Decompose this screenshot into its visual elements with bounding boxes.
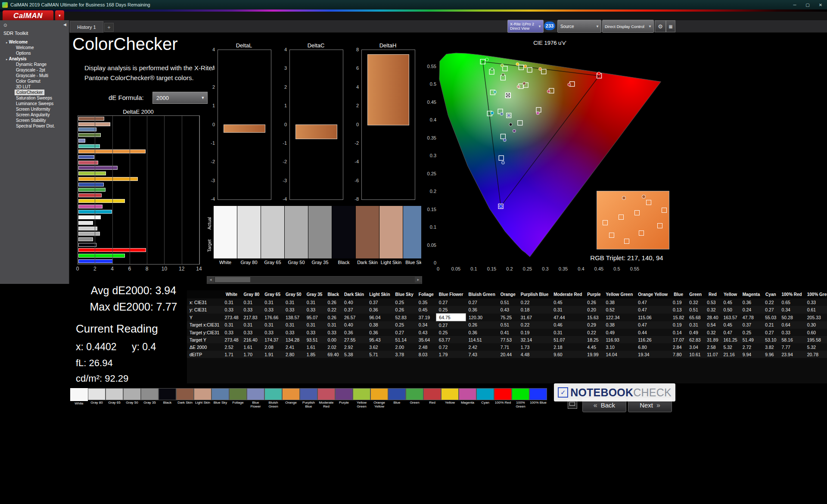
cell: 2.42 — [466, 343, 498, 351]
patch-button-blue-sky[interactable]: Blue Sky — [211, 388, 229, 409]
strip-patch-white[interactable]: White — [214, 206, 237, 265]
layout-panel-icon[interactable]: ▦ — [666, 20, 675, 32]
tab-bar — [0, 20, 827, 33]
sidebar-item-colorchecker[interactable]: ColorChecker — [0, 90, 69, 95]
sidebar-section[interactable]: ▸Analysis — [0, 56, 69, 62]
patch-button-magenta[interactable]: Magenta — [459, 388, 476, 409]
axis-tick-label: 0.4 — [430, 117, 436, 122]
cell: 174.37 — [262, 336, 283, 343]
sidebar-section[interactable]: ▸Welcome — [0, 39, 69, 45]
gear-icon[interactable]: ⚙ — [655, 20, 666, 32]
sidebar-item-screen-uniformity[interactable]: Screen Uniformity — [0, 106, 69, 112]
measured-marker-orange-yellow — [524, 65, 527, 68]
patch-button-blue[interactable]: Blue — [388, 388, 406, 409]
strip-patch-black[interactable]: Black — [332, 206, 355, 265]
cell: 0.47 — [635, 321, 670, 329]
minimize-icon[interactable]: ─ — [788, 0, 801, 9]
patch-button-orange[interactable]: Orange — [282, 388, 300, 409]
y-tick-label: 3 — [202, 65, 215, 71]
avg-de2000: Avg dE2000: 3.94 — [82, 284, 185, 297]
patch-button-gray-65[interactable]: Gray 65 — [106, 388, 123, 409]
cell: 0.31 — [241, 299, 262, 306]
y-tick-label: -1 — [274, 140, 287, 146]
patch-button-foliage[interactable]: Foliage — [229, 388, 247, 409]
cell: 0.33 — [304, 329, 325, 336]
sidebar-item-options[interactable]: Options — [0, 50, 69, 56]
patch-button-blue-flower[interactable]: Blue Flower — [247, 388, 264, 409]
patch-button-gray-80[interactable]: Gray 80 — [88, 388, 106, 409]
sidebar-item-3d-lut[interactable]: 3D LUT — [0, 84, 69, 90]
sidebar-item-grayscale-2pt[interactable]: Grayscale - 2pt — [0, 67, 69, 73]
sidebar-item-saturation-sweeps[interactable]: Saturation Sweeps — [0, 95, 69, 101]
meter-dropdown[interactable]: X-Rite i1Pro 2 Direct View ▼ — [507, 20, 544, 33]
calman-menu-arrow-icon[interactable]: ▼ — [55, 10, 64, 21]
cell: 0.25 — [436, 306, 466, 314]
cell: 0.20 — [584, 306, 603, 314]
strip-patch-gray-50[interactable]: Gray 50 — [285, 206, 308, 265]
measured-marker-light-skin — [517, 85, 520, 88]
cell: 0.27 — [466, 299, 498, 306]
display-control-dropdown[interactable]: Direct Display Control ▼ — [602, 20, 654, 33]
patch-label: Light Skin — [194, 400, 211, 405]
cell: 51.07 — [551, 336, 584, 343]
sidebar-item-luminance-sweeps[interactable]: Luminance Sweeps — [0, 101, 69, 106]
collapse-sidebar-icon[interactable]: ◀ — [63, 22, 66, 27]
strip-patch-dark-skin[interactable]: Dark Skin — [356, 206, 379, 265]
cell: 0.72 — [436, 343, 466, 351]
de-formula-dropdown[interactable]: 2000 ▼ — [152, 92, 208, 104]
patch-button-yellow-green[interactable]: Yellow Green — [353, 388, 370, 409]
source-dropdown[interactable]: Source ▼ — [557, 20, 601, 33]
cell[interactable]: 64.75 — [436, 314, 466, 321]
patch-button-yellow[interactable]: Yellow — [441, 388, 459, 409]
cell: 114.51 — [466, 336, 498, 343]
patch-button-light-skin[interactable]: Light Skin — [194, 388, 211, 409]
patch-label: Purplish Blue — [300, 400, 317, 409]
strip-patch-gray-65[interactable]: Gray 65 — [261, 206, 284, 265]
patch-button-red[interactable]: Red — [423, 388, 441, 409]
patch-button-dark-skin[interactable]: Dark Skin — [176, 388, 194, 409]
sidebar-item-screen-stability[interactable]: Screen Stability — [0, 118, 69, 123]
calman-logo[interactable]: CalMAN — [3, 10, 53, 21]
scrollbar-thumb[interactable] — [215, 277, 250, 282]
patch-button-100-red[interactable]: 100% Red — [494, 388, 512, 409]
corner-cell — [187, 290, 222, 299]
sidebar-item-dynamic-range[interactable]: Dynamic Range — [0, 62, 69, 67]
sidebar-item-grayscale-multi[interactable]: Grayscale - Multi — [0, 73, 69, 78]
page-description: Display analysis is performed with the X… — [84, 63, 214, 83]
strip-patch-gray-80[interactable]: Gray 80 — [237, 206, 261, 265]
patch-button-orange-yellow[interactable]: Orange Yellow — [370, 388, 388, 409]
patch-button-green[interactable]: Green — [406, 388, 423, 409]
strip-patch-light-skin[interactable]: Light Skin — [379, 206, 403, 265]
patch-color — [106, 388, 123, 400]
pin-icon[interactable]: ⊙ — [3, 23, 7, 28]
deltae-bar-100-blue — [78, 259, 113, 263]
cell: 0.33 — [304, 306, 325, 314]
sidebar-item-spectral-power-dist-[interactable]: Spectral Power Dist. — [0, 123, 69, 129]
maximize-icon[interactable]: ▢ — [801, 0, 814, 9]
patch-button-bluish-green[interactable]: Bluish Green — [264, 388, 282, 409]
patch-button-gray-35[interactable]: Gray 35 — [141, 388, 159, 409]
patch-button-moderate-red[interactable]: Moderate Red — [317, 388, 335, 409]
patch-button-purplish-blue[interactable]: Purplish Blue — [300, 388, 317, 409]
patch-button-100-green[interactable]: 100% Green — [512, 388, 529, 409]
swatch-scrollbar[interactable]: ◄ ► — [207, 276, 422, 284]
scroll-right-icon[interactable]: ► — [415, 277, 422, 283]
patch-button-cyan[interactable]: Cyan — [476, 388, 494, 409]
tab-history-1[interactable]: History 1 — [70, 21, 103, 33]
sidebar-item-screen-angularity[interactable]: Screen Angularity — [0, 112, 69, 118]
sidebar-item-color-gamut[interactable]: Color Gamut — [0, 78, 69, 84]
add-tab-button[interactable]: + — [104, 23, 114, 32]
sidebar-item-welcome[interactable]: Welcome — [0, 45, 69, 50]
strip-patch-blue-sky[interactable]: Blue Sky — [403, 206, 421, 265]
measurement-count-badge[interactable]: 233 — [544, 22, 555, 30]
patch-button-100-blue[interactable]: 100% Blue — [529, 388, 547, 409]
cell: 0.31 — [551, 306, 584, 314]
strip-patch-gray-35[interactable]: Gray 35 — [308, 206, 332, 265]
patch-button-gray-50[interactable]: Gray 50 — [123, 388, 141, 409]
close-icon[interactable]: ✕ — [814, 0, 827, 9]
patch-button-white[interactable]: White — [70, 388, 88, 409]
patch-button-purple[interactable]: Purple — [335, 388, 353, 409]
scroll-left-icon[interactable]: ◄ — [207, 277, 214, 283]
deltae-bar-gray-65 — [78, 227, 97, 230]
patch-button-black[interactable]: Black — [159, 388, 176, 409]
